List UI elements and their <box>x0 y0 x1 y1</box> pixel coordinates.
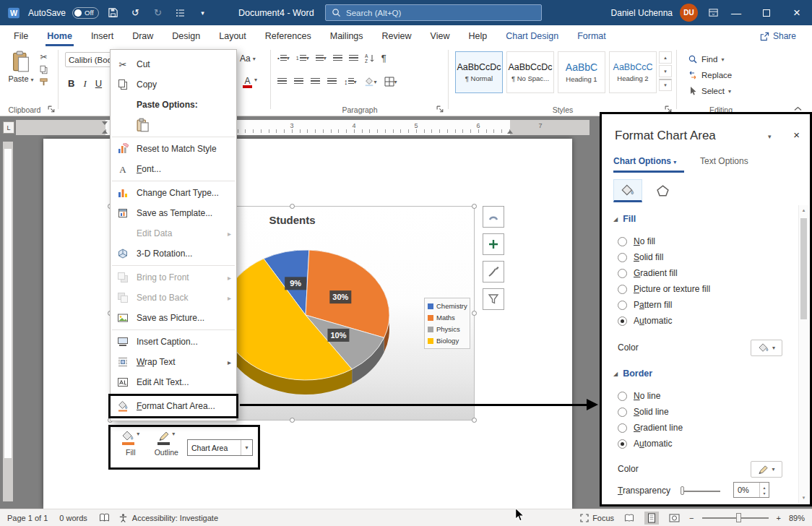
radio-gradient-fill[interactable]: Gradient fill <box>618 266 678 280</box>
style-heading-2[interactable]: AaBbCcC Heading 2 <box>609 51 657 93</box>
selection-handle[interactable] <box>472 418 477 423</box>
clipboard-dialog-launcher[interactable] <box>48 105 56 113</box>
select-button[interactable]: Select ▾ <box>688 84 731 98</box>
first-line-indent-marker[interactable] <box>102 121 108 125</box>
spinner-arrows[interactable]: ▴▾ <box>759 483 769 497</box>
chart-element-selector[interactable]: Chart Area ▾ <box>187 439 253 456</box>
accessibility-status[interactable]: Accessibility: Investigate <box>118 513 218 523</box>
radio-gradient-line[interactable]: Gradient line <box>618 421 683 435</box>
bullets-icon[interactable]: •▾ <box>277 55 290 62</box>
radio-solid-fill[interactable]: Solid fill <box>618 250 663 264</box>
menu-item-reset-to-match-style[interactable]: Reset to Match Style <box>111 139 236 159</box>
menu-item-save-as-template[interactable]: Save as Template... <box>111 203 236 223</box>
selection-handle[interactable] <box>472 311 477 316</box>
effects-icon-button[interactable] <box>648 179 677 202</box>
font-color-button[interactable]: A ▾ <box>243 77 257 88</box>
style-normal[interactable]: AaBbCcDc ¶ Normal <box>455 51 503 93</box>
pane-close-icon[interactable]: × <box>793 129 800 141</box>
focus-mode-button[interactable]: Focus <box>580 514 614 522</box>
hanging-indent-marker[interactable] <box>102 130 108 134</box>
menu-item-save-as-picture[interactable]: Save as Picture... <box>111 308 236 328</box>
selection-handle[interactable] <box>290 204 295 209</box>
collapse-ribbon-icon[interactable] <box>794 106 802 111</box>
tab-draw[interactable]: Draw <box>123 25 163 46</box>
radio-solid-line[interactable]: Solid line <box>618 405 669 419</box>
align-left-icon[interactable] <box>277 78 287 85</box>
save-icon[interactable] <box>105 5 121 21</box>
shape-outline-button[interactable]: ▾ Outline <box>152 431 182 457</box>
menu-item-copy[interactable]: Copy <box>111 74 236 95</box>
align-center-icon[interactable] <box>294 78 303 85</box>
tab-home[interactable]: Home <box>38 25 82 46</box>
align-right-icon[interactable] <box>311 78 320 85</box>
chevron-down-icon[interactable]: ▾ <box>241 440 252 455</box>
shape-fill-button[interactable]: ▾ Fill <box>116 431 146 457</box>
tab-design[interactable]: Design <box>163 25 210 46</box>
radio-border-automatic[interactable]: Automatic <box>618 436 672 451</box>
transparency-spinner[interactable]: 0% ▴▾ <box>733 482 769 498</box>
menu-item-format-chart-area[interactable]: Format Chart Area... <box>111 396 236 416</box>
print-layout-icon[interactable] <box>644 512 659 525</box>
search-input[interactable] <box>346 9 512 17</box>
styles-scroll-up[interactable]: ▴ <box>659 51 672 64</box>
bold-button[interactable]: B <box>68 78 74 90</box>
menu-item-insert-caption[interactable]: Insert Caption... <box>111 332 236 352</box>
tab-chart-design[interactable]: Chart Design <box>496 25 568 46</box>
menu-item-3d-rotation[interactable]: 3-D Rotation... <box>111 243 236 264</box>
menu-item-font[interactable]: A Font... <box>111 159 236 179</box>
underline-button[interactable]: U <box>95 78 102 90</box>
tab-layout[interactable]: Layout <box>210 25 256 46</box>
right-indent-marker[interactable] <box>507 130 513 134</box>
menu-item-change-chart-type[interactable]: Change Chart Type... <box>111 183 236 203</box>
scroll-up-icon[interactable]: ▴ <box>799 205 808 215</box>
fill-color-button[interactable]: ▾ <box>751 340 782 356</box>
style-no-spacing[interactable]: AaBbCcDc ¶ No Spac... <box>506 51 554 93</box>
tab-file[interactable]: File <box>4 25 38 46</box>
tab-help[interactable]: Help <box>459 25 496 46</box>
chart-filters-button[interactable] <box>483 288 504 310</box>
style-heading-1[interactable]: AaBbC Heading 1 <box>558 51 605 93</box>
close-button[interactable]: × <box>782 0 812 25</box>
zoom-out-button[interactable]: − <box>689 514 694 522</box>
pane-scrollbar[interactable]: ▴ ▾ <box>798 205 808 503</box>
shading-icon[interactable]: ▾ <box>364 77 377 87</box>
read-mode-icon[interactable] <box>622 512 636 525</box>
radio-no-fill[interactable]: No fill <box>618 234 655 249</box>
border-color-button[interactable]: ▾ <box>751 461 782 478</box>
paste-button[interactable]: Paste ▾ <box>6 51 36 83</box>
zoom-level[interactable]: 89% <box>789 514 805 522</box>
web-layout-icon[interactable] <box>667 512 681 525</box>
tab-text-options[interactable]: Text Options <box>700 156 748 166</box>
transparency-slider[interactable] <box>683 491 720 492</box>
styles-gallery-more[interactable]: ▾ <box>659 79 672 91</box>
tab-review[interactable]: Review <box>373 25 421 46</box>
format-painter-icon[interactable] <box>39 77 48 87</box>
user-name[interactable]: Daniel Uchenna <box>611 8 673 18</box>
avatar[interactable]: DU <box>680 4 698 22</box>
fill-line-icon-button[interactable] <box>613 179 642 202</box>
multilevel-list-icon[interactable]: ▾ <box>316 55 327 62</box>
radio-fill-automatic[interactable]: Automatic <box>618 314 672 328</box>
minimize-button[interactable]: — <box>721 0 751 25</box>
pane-options-caret-icon[interactable]: ▾ <box>768 133 772 140</box>
chart-legend[interactable]: Chemistry Maths Physics Biology <box>424 298 470 349</box>
menu-item-cut[interactable]: ✂ Cut <box>111 54 236 74</box>
replace-button[interactable]: Replace <box>688 68 732 82</box>
share-button[interactable]: Share <box>754 28 802 44</box>
radio-no-line[interactable]: No line <box>618 389 660 403</box>
tab-view[interactable]: View <box>421 25 459 46</box>
zoom-in-button[interactable]: + <box>777 514 781 522</box>
cut-icon[interactable]: ✂ <box>39 52 48 62</box>
selection-handle[interactable] <box>472 204 477 209</box>
word-count[interactable]: 0 words <box>59 514 87 522</box>
radio-pattern-fill[interactable]: Pattern fill <box>618 298 672 312</box>
ribbon-display-options-icon[interactable] <box>705 5 721 21</box>
paste-option-keep-formatting[interactable] <box>111 115 236 135</box>
justify-icon[interactable] <box>327 78 337 85</box>
tab-mailings[interactable]: Mailings <box>321 25 373 46</box>
numbering-icon[interactable]: 1▾ <box>296 55 309 62</box>
border-section-header[interactable]: ◢ Border <box>613 368 652 379</box>
borders-icon[interactable]: ▾ <box>384 77 397 87</box>
italic-button[interactable]: I <box>83 78 86 90</box>
tab-chart-options[interactable]: Chart Options ▾ <box>613 156 676 166</box>
